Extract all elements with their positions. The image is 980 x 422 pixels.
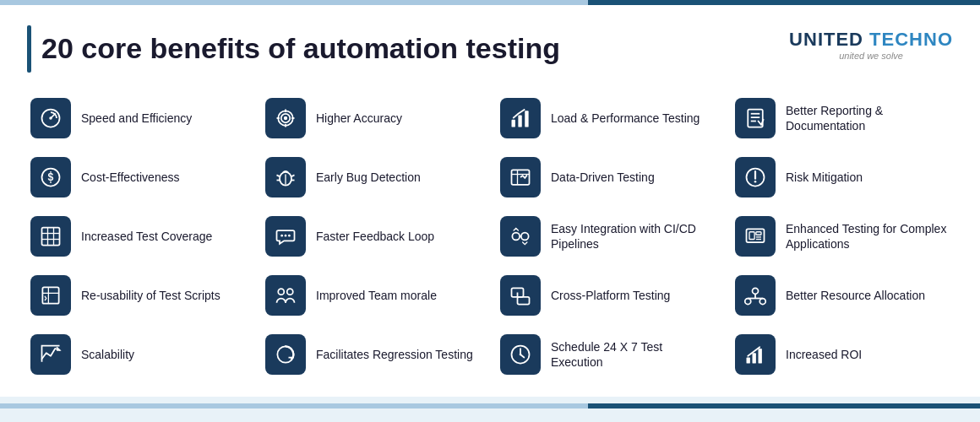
- svg-point-2: [49, 116, 52, 120]
- svg-rect-53: [518, 297, 530, 305]
- title-block: 20 core benefits of automation testing: [27, 25, 560, 73]
- benefit-item-17: Scalability: [27, 329, 248, 380]
- team-icon: [265, 275, 306, 316]
- logo: UNITED TECHNO: [789, 29, 953, 51]
- svg-point-65: [520, 354, 522, 356]
- benefit-label-9: Increased Test Coverage: [81, 229, 212, 244]
- svg-point-56: [745, 299, 751, 305]
- benefit-label-17: Scalability: [81, 347, 134, 362]
- svg-point-40: [521, 233, 529, 241]
- svg-point-5: [284, 116, 287, 120]
- svg-point-39: [512, 233, 520, 241]
- benefit-label-16: Better Resource Allocation: [786, 288, 925, 303]
- benefit-item-12: Enhanced Testing for Complex Application…: [732, 211, 953, 262]
- load-icon: [500, 98, 541, 138]
- benefit-item-4: Better Reporting & Documentation: [732, 93, 953, 143]
- svg-rect-25: [512, 170, 530, 185]
- svg-rect-10: [512, 120, 515, 127]
- logo-united: UNITED: [789, 29, 863, 50]
- svg-rect-43: [749, 232, 754, 240]
- feedback-icon: [265, 216, 306, 257]
- resource-icon: [735, 275, 776, 316]
- svg-point-38: [288, 235, 291, 237]
- svg-rect-47: [42, 287, 58, 303]
- benefit-label-18: Facilitates Regression Testing: [316, 347, 473, 362]
- logo-sub: united we solve: [789, 51, 953, 61]
- benefit-label-11: Easy Integration with CI/CD Pipelines: [551, 221, 715, 252]
- page-title: 20 core benefits of automation testing: [41, 32, 560, 65]
- benefit-label-14: Improved Team morale: [316, 288, 437, 303]
- benefit-label-1: Speed and Efficiency: [81, 111, 192, 126]
- reporting-icon: [735, 98, 776, 138]
- benefit-label-7: Data-Driven Testing: [551, 170, 655, 185]
- benefit-item-1: Speed and Efficiency: [27, 93, 248, 143]
- svg-rect-44: [756, 232, 761, 235]
- benefit-item-14: Improved Team morale: [262, 270, 483, 321]
- logo-techno: TECHNO: [863, 29, 953, 50]
- benefit-label-20: Increased ROI: [786, 347, 862, 362]
- svg-line-20: [277, 175, 280, 176]
- benefits-grid: Speed and EfficiencyHigher AccuracyLoad …: [27, 93, 953, 380]
- benefit-label-13: Re-usability of Test Scripts: [81, 288, 220, 303]
- benefit-item-13: Re-usability of Test Scripts: [27, 270, 248, 321]
- svg-point-30: [754, 181, 757, 183]
- speed-icon: [30, 98, 71, 138]
- benefit-item-19: Schedule 24 X 7 Test Execution: [497, 329, 718, 380]
- benefit-label-5: Cost-Effectiveness: [81, 170, 179, 185]
- benefit-item-5: $Cost-Effectiveness: [27, 152, 248, 203]
- benefit-item-8: Risk Mitigation: [732, 152, 953, 203]
- svg-point-57: [760, 299, 765, 305]
- benefit-item-7: Data-Driven Testing: [497, 152, 718, 203]
- svg-rect-67: [753, 353, 756, 363]
- benefit-label-4: Better Reporting & Documentation: [786, 103, 950, 133]
- benefit-item-3: Load & Performance Testing: [497, 93, 718, 143]
- benefit-label-15: Cross-Platform Testing: [551, 288, 670, 303]
- schedule-icon: [500, 334, 541, 375]
- logo-block: UNITED TECHNO united we solve: [789, 29, 953, 61]
- accuracy-icon: [265, 98, 306, 138]
- bug-icon: [265, 157, 306, 197]
- svg-rect-31: [42, 228, 60, 246]
- benefit-item-20: Increased ROI: [732, 329, 953, 380]
- svg-rect-12: [525, 111, 528, 127]
- benefit-item-16: Better Resource Allocation: [732, 270, 953, 321]
- risk-icon: [735, 157, 776, 197]
- svg-line-22: [291, 175, 295, 176]
- benefit-label-12: Enhanced Testing for Complex Application…: [786, 221, 950, 252]
- svg-point-51: [287, 289, 293, 295]
- bottom-bar: [0, 403, 980, 408]
- benefit-item-18: Facilitates Regression Testing: [262, 329, 483, 380]
- svg-point-50: [278, 289, 284, 295]
- benefit-item-9: Increased Test Coverage: [27, 211, 248, 262]
- svg-point-55: [753, 288, 759, 294]
- data-icon: [500, 157, 541, 197]
- svg-rect-11: [518, 116, 521, 127]
- benefit-item-11: Easy Integration with CI/CD Pipelines: [497, 211, 718, 262]
- benefit-label-10: Faster Feedback Loop: [316, 229, 434, 244]
- benefit-item-10: Faster Feedback Loop: [262, 211, 483, 262]
- svg-point-37: [285, 235, 287, 237]
- benefit-item-2: Higher Accuracy: [262, 93, 483, 143]
- roi-icon: [735, 334, 776, 375]
- benefit-item-15: Cross-Platform Testing: [497, 270, 718, 321]
- main-container: 20 core benefits of automation testing U…: [0, 5, 980, 397]
- cicd-icon: [500, 216, 541, 257]
- reuse-icon: [30, 275, 71, 316]
- header: 20 core benefits of automation testing U…: [27, 25, 953, 73]
- svg-rect-68: [759, 349, 762, 364]
- benefit-label-3: Load & Performance Testing: [551, 111, 700, 126]
- svg-point-36: [280, 235, 283, 237]
- benefit-label-19: Schedule 24 X 7 Test Execution: [551, 339, 715, 370]
- benefit-label-6: Early Bug Detection: [316, 170, 421, 185]
- scale-icon: [30, 334, 71, 375]
- cost-icon: $: [30, 157, 71, 197]
- benefit-label-8: Risk Mitigation: [786, 170, 863, 185]
- svg-rect-66: [747, 358, 750, 364]
- crossplatform-icon: [500, 275, 541, 316]
- enhanced-icon: [735, 216, 776, 257]
- coverage-icon: [30, 216, 71, 257]
- regression-icon: [265, 334, 306, 375]
- title-accent-bar: [27, 25, 31, 73]
- benefit-label-2: Higher Accuracy: [316, 111, 402, 126]
- benefit-item-6: Early Bug Detection: [262, 152, 483, 203]
